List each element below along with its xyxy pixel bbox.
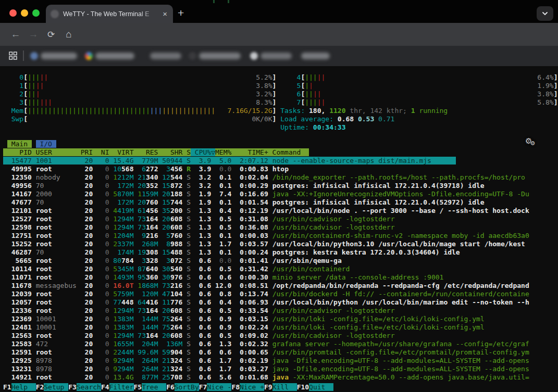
process-row-5665[interactable]: 5665 root 20 0 80784 3328 3072 S 0.6 0.0…: [3, 257, 558, 265]
process-row-12369[interactable]: 12369 10001 20 0 1383M 144M 75264 S 0.6 …: [3, 315, 558, 323]
fkey-f6[interactable]: F6SortBy: [166, 383, 199, 391]
background-artifact: [213, 0, 215, 3]
browser-tab[interactable]: WeTTY - The Web Terminal E ×: [46, 5, 173, 23]
zoom-window-button[interactable]: [32, 9, 40, 17]
browser-window: WeTTY - The Web Terminal E × + ← → ⟳ ⌂ w…: [0, 0, 558, 392]
htop-tab-main[interactable]: Main: [7, 140, 32, 148]
htop-tab-io[interactable]: I/O: [36, 140, 56, 148]
blank-row: [3, 132, 558, 140]
htop-function-bar: F1Help F2Setup F3SearchF4FilterF5Tree F6…: [3, 383, 333, 391]
process-row-12336[interactable]: 12336 root 20 0 1294M 73164 20608 S 0.6 …: [3, 307, 558, 315]
fkey-f4[interactable]: F4Filter: [101, 383, 134, 391]
cpu-meter-row-3: 3[|||||| 8.3%] 7[||||| 5.8%]: [3, 98, 558, 107]
process-row-47677[interactable]: 47677 70 20 0 172M 20760 15744 S 1.9 0.1…: [3, 198, 558, 207]
process-row-11678[interactable]: 11678 messagebus 20 0 16.0T 1868M 73216 …: [3, 282, 558, 290]
fkey-f9[interactable]: F9Kill: [264, 383, 297, 391]
fkey-f7[interactable]: F7Nice -: [199, 383, 232, 391]
cpu-meter-row-1: 1[|||| 3.8%] 5[|| 1.9%]: [3, 82, 558, 90]
window-controls: [9, 9, 40, 17]
bookmark-item-blurred[interactable]: [261, 53, 292, 59]
tab-strip: WeTTY - The Web Terminal E × +: [0, 0, 558, 23]
bookmarks-bar: [0, 46, 558, 66]
fkey-f8[interactable]: F8Nice +: [231, 383, 264, 391]
process-row-14167[interactable]: 14167 2000 20 0 5870M 1159M 20188 S 1.9 …: [3, 190, 558, 198]
process-row-12039[interactable]: 12039 root 20 0 5759M 120M 47104 S 0.6 0…: [3, 290, 558, 298]
process-row-12591[interactable]: 12591 root 20 0 2244M 99.6M 59904 S 0.6 …: [3, 348, 558, 357]
fkey-f3[interactable]: F3Search: [68, 383, 101, 391]
bookmark-favicon-blurred[interactable]: [30, 52, 38, 60]
process-row-12751[interactable]: 12751 root 20 0 1204M 9216 5760 S 1.3 0.…: [3, 232, 558, 240]
forward-icon[interactable]: →: [28, 29, 39, 40]
chevron-down-icon: [541, 10, 549, 17]
process-table-header[interactable]: PID USER PRI NI VIRT RES SHR S CPU%▽MEM%…: [3, 148, 558, 157]
apps-grid-icon[interactable]: [9, 52, 17, 60]
bookmark-favicon-blurred[interactable]: [85, 52, 93, 60]
process-row-49956[interactable]: 49956 70 20 0 172M 20352 15872 S 3.2 0.1…: [3, 182, 558, 190]
cpu-meter-row-2: 2[||| 3.2%] 6[|||| 3.8%]: [3, 90, 558, 98]
process-row-12925[interactable]: 12925 8978 20 0 9294M 264M 21324 S 0.6 1…: [3, 357, 558, 365]
browser-toolbar: ← → ⟳ ⌂ wetty.nexus-stack.ch ☆ ⋮: [0, 23, 558, 46]
htop-output: 0[||||| 5.2%] 4[||||| 6.4%] 1[|||| 3.8%]: [3, 73, 558, 382]
home-icon[interactable]: ⌂: [64, 29, 74, 40]
fkey-f10[interactable]: F10Quit: [297, 383, 333, 391]
bookmark-item-blurred[interactable]: [199, 53, 241, 59]
new-tab-button[interactable]: +: [178, 7, 184, 19]
process-row-14921[interactable]: 14921 root 20 0 13.4G 877M 25708 S 0.6 5…: [3, 373, 558, 382]
uptime-row: Uptime: 00:34:33: [3, 123, 558, 132]
selected-process-row: 15477 1001 20 0 15.4G 779M 50944 S 3.9 5…: [3, 157, 456, 165]
tab-close-icon[interactable]: ×: [162, 10, 168, 18]
minimize-window-button[interactable]: [21, 9, 28, 17]
cpu-meter-row-0: 0[||||| 5.2%] 4[||||| 6.4%]: [3, 73, 558, 82]
process-row-10114[interactable]: 10114 root 20 0 5345M 87640 30540 S 0.6 …: [3, 265, 558, 273]
wetty-terminal[interactable]: 0[||||| 5.2%] 4[||||| 6.4%] 1[|||| 3.8%]: [0, 66, 558, 392]
fkey-f5[interactable]: F5Tree: [134, 383, 167, 391]
process-row-12583[interactable]: 12583 472 20 0 1655M 204M 136M S 0.6 1.3…: [3, 340, 558, 348]
process-row-11071[interactable]: 11071 root 20 0 1493M 95360 30976 S 0.6 …: [3, 273, 558, 282]
process-row-12598[interactable]: 12598 root 20 0 1294M 73164 20608 S 1.3 …: [3, 223, 558, 232]
background-artifact: [228, 0, 229, 3]
htop-tab-bar: Main I/O: [3, 140, 558, 148]
process-row-12101[interactable]: 12101 root 20 0 4419M 61456 35200 S 1.3 …: [3, 207, 558, 215]
process-row-15252[interactable]: 15252 root 20 0 2337M 268M 8988 S 1.3 1.…: [3, 240, 558, 248]
swap-meter-row: Swp[ 0K/0K] Load average: 0.68 0.53 0.71: [3, 115, 558, 123]
process-row-13231[interactable]: 13231 8978 20 0 9294M 264M 21324 S 0.6 1…: [3, 365, 558, 373]
bookmark-favicon-blurred[interactable]: [250, 52, 258, 60]
process-row-49995[interactable]: 49995 root 20 0 10568 6272 3456 R 3.9 0.…: [3, 165, 558, 173]
reload-icon[interactable]: ⟳: [46, 29, 56, 40]
settings-gears-icon[interactable]: ⚙⚙: [525, 137, 535, 148]
process-row-12481[interactable]: 12481 10001 20 0 1383M 144M 75264 S 0.6 …: [3, 323, 558, 332]
bookmark-item-blurred[interactable]: [41, 53, 77, 59]
fkey-f1[interactable]: F1Help: [3, 383, 36, 391]
process-row-15477[interactable]: 15477 1001 20 0 15.4G 779M 50944 S 3.9 5…: [3, 157, 558, 165]
fkey-f2[interactable]: F2Setup: [36, 383, 69, 391]
tab-title: WeTTY - The Web Terminal E: [63, 10, 162, 18]
tab-search-button[interactable]: [537, 6, 553, 21]
process-row-12057[interactable]: 12057 root 20 0 77448 64416 11776 S 0.6 …: [3, 298, 558, 307]
bookmark-item-blurred[interactable]: [301, 53, 330, 59]
process-row-12563[interactable]: 12563 root 20 0 1294M 73164 20608 S 0.6 …: [3, 332, 558, 340]
process-row-12527[interactable]: 12527 root 20 0 1294M 73164 20608 S 1.3 …: [3, 215, 558, 223]
back-icon[interactable]: ←: [10, 29, 21, 40]
process-row-46287[interactable]: 46287 70 20 0 174M 19308 15488 S 1.3 0.1…: [3, 248, 558, 257]
close-window-button[interactable]: [9, 9, 17, 17]
process-row-12350[interactable]: 12350 nobody 20 0 1212M 21340 12544 S 3.…: [3, 173, 558, 182]
bookmarks-separator: [23, 50, 24, 61]
bookmark-item-blurred[interactable]: [150, 53, 181, 59]
bookmark-item-blurred[interactable]: [95, 53, 134, 59]
tab-favicon: [51, 10, 59, 18]
bookmark-favicon-blurred[interactable]: [189, 52, 196, 60]
memory-meter-row: Mem[||||||||||||||||||||||||||||||||||||…: [3, 107, 558, 115]
